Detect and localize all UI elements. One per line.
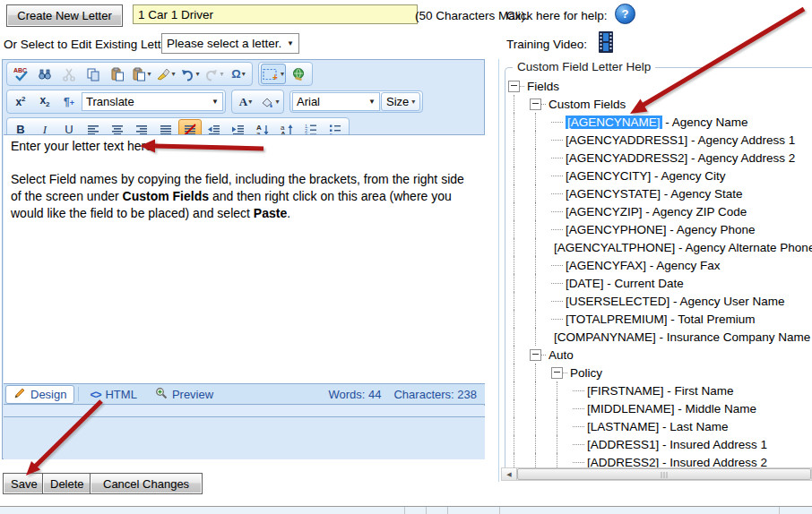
translate-select[interactable]: Translate▼ bbox=[82, 92, 223, 111]
undo-button[interactable]: ▾ bbox=[178, 64, 202, 84]
existing-letter-select[interactable]: Please select a letter. ▼ bbox=[161, 33, 299, 54]
tree-connector bbox=[520, 86, 524, 87]
editor-bottom-strip bbox=[4, 406, 485, 417]
insert-field-icon: + bbox=[263, 67, 280, 81]
tree-expander[interactable] bbox=[530, 349, 541, 361]
bottom-status-strip bbox=[0, 506, 812, 514]
scroll-left-arrow[interactable]: ◀ bbox=[502, 468, 517, 480]
chevron-down-icon: ▾ bbox=[411, 98, 415, 106]
tree-item[interactable]: [AGENCYNAME] - Agency Name bbox=[507, 113, 808, 131]
paste-button[interactable] bbox=[106, 64, 129, 84]
cut-button[interactable] bbox=[57, 64, 81, 84]
font-family-select[interactable]: Arial▼ bbox=[292, 92, 380, 111]
field-tree: FieldsCustom Fields[AGENCYNAME] - Agency… bbox=[507, 77, 808, 471]
font-size-button[interactable]: Size▾ bbox=[381, 92, 420, 111]
toolbar-row: ABC▾▾▾▾Ω▾+▾ bbox=[3, 60, 484, 88]
custom-field-help-legend: Custom Field Letter Help bbox=[513, 60, 655, 73]
tree-item[interactable]: [AGENCYFAX] - Agency Fax bbox=[507, 256, 808, 274]
tree-item[interactable]: [USERSELECTED] - Agency User Name bbox=[507, 292, 808, 310]
scrollbar-thumb[interactable] bbox=[517, 468, 811, 480]
chevron-down-icon: ▼ bbox=[287, 39, 294, 47]
tab-design[interactable]: Design bbox=[5, 385, 74, 404]
tree-connector bbox=[551, 122, 563, 123]
tree-guide bbox=[507, 238, 529, 256]
tree-item[interactable]: Policy bbox=[507, 364, 808, 381]
chevron-down-icon: ▾ bbox=[275, 98, 279, 106]
tree-item[interactable]: [MIDDLENAME] - Middle Name bbox=[507, 399, 808, 417]
font-size-button-label: Size bbox=[386, 95, 409, 108]
tree-item[interactable]: [ADDRESS1] - Insured Address 1 bbox=[507, 435, 808, 453]
tree-connector bbox=[573, 462, 584, 463]
tree-item[interactable]: [COMPANYNAME] - Insurance Company Name bbox=[507, 328, 808, 346]
tree-guide bbox=[507, 220, 529, 238]
tree-guide bbox=[529, 417, 550, 435]
status-strip-separator bbox=[404, 507, 405, 514]
tree-item[interactable]: [LASTNAME] - Last Name bbox=[507, 417, 808, 435]
tree-leaf-label: [USERSELECTED] - Agency User Name bbox=[566, 295, 785, 308]
paste-icon bbox=[110, 67, 125, 81]
tree-guide bbox=[507, 328, 529, 346]
editor-content-area[interactable]: Enter your letter text here. Select Fiel… bbox=[4, 134, 485, 384]
tree-guide bbox=[529, 184, 550, 202]
tree-guide bbox=[507, 364, 529, 381]
tree-item[interactable]: [AGENCYCITY] - Agency City bbox=[507, 167, 808, 184]
tree-item[interactable]: [TOTALPREMIUM] - Total Premium bbox=[507, 310, 808, 328]
tree-expander[interactable] bbox=[551, 367, 563, 379]
tree-item[interactable]: [DATE] - Current Date bbox=[507, 274, 808, 292]
status-strip-separator bbox=[447, 507, 448, 514]
tree-item[interactable]: [AGENCYZIP] - Agency ZIP Code bbox=[507, 202, 808, 220]
tree-guide bbox=[507, 149, 529, 167]
redo-button[interactable]: ▾ bbox=[203, 64, 226, 84]
highlight-color-button[interactable]: ▾ bbox=[258, 91, 281, 112]
copy-button[interactable] bbox=[82, 64, 105, 84]
letter-name-input[interactable] bbox=[133, 4, 418, 24]
tree-item[interactable]: Fields bbox=[507, 77, 808, 95]
create-new-letter-button[interactable]: Create New Letter bbox=[6, 4, 123, 27]
tree-connector bbox=[551, 158, 563, 158]
tree-item[interactable]: [AGENCYPHONE] - Agency Phone bbox=[507, 220, 808, 238]
format-painter-button[interactable]: ▾ bbox=[154, 64, 177, 84]
training-video-icon[interactable] bbox=[599, 31, 613, 56]
delete-button[interactable]: Delete bbox=[42, 473, 92, 494]
insert-field-button[interactable]: +▾ bbox=[261, 64, 286, 84]
right-panel-border bbox=[498, 59, 499, 482]
tab-html[interactable]: <>HTML bbox=[82, 386, 143, 403]
tree-horizontal-scrollbar[interactable]: ◀ bbox=[501, 467, 812, 481]
tree-item[interactable]: Auto bbox=[507, 346, 808, 364]
tree-expander[interactable] bbox=[530, 99, 541, 110]
tree-item[interactable]: [AGENCYALTPHONE] - Agency Alternate Phon… bbox=[507, 238, 808, 256]
find-button[interactable] bbox=[33, 64, 56, 84]
paste-special-button[interactable]: ▾ bbox=[130, 64, 153, 84]
tree-guide bbox=[529, 274, 550, 292]
omega-icon: Ω bbox=[231, 67, 240, 81]
tree-item[interactable]: [AGENCYADDRESS2] - Agency Address 2 bbox=[507, 149, 808, 167]
spellcheck-button[interactable]: ABC bbox=[9, 64, 32, 84]
editor-stats: Words: 44 Characters: 238 bbox=[328, 388, 477, 401]
toolbar-group: +▾ bbox=[258, 62, 313, 86]
superscript-button[interactable]: x2 bbox=[9, 91, 32, 112]
tree-leaf-label: [COMPANYNAME] - Insurance Company Name bbox=[554, 330, 810, 344]
tree-leaf-label: [AGENCYZIP] - Agency ZIP Code bbox=[566, 205, 747, 218]
tree-connector bbox=[551, 229, 563, 230]
hyperlink-icon bbox=[291, 67, 306, 81]
existing-letter-label: Or Select to Edit Existing Letter: bbox=[4, 38, 175, 51]
help-icon[interactable]: ? bbox=[615, 4, 635, 24]
paragraph-button[interactable]: ¶+ bbox=[57, 91, 81, 112]
tree-leaf-label: [AGENCYFAX] - Agency Fax bbox=[566, 259, 721, 272]
tree-item[interactable]: [FIRSTNAME] - First Name bbox=[507, 381, 808, 399]
tree-guide bbox=[529, 113, 550, 131]
tree-item[interactable]: Custom Fields bbox=[507, 95, 808, 113]
cancel-changes-button[interactable]: Cancel Changes bbox=[90, 473, 203, 494]
subscript-button[interactable]: x2 bbox=[33, 91, 56, 112]
tab-preview[interactable]: Preview bbox=[148, 386, 220, 403]
save-button[interactable]: Save bbox=[3, 473, 46, 494]
tree-item[interactable]: [AGENCYADDRESS1] - Agency Address 1 bbox=[507, 131, 808, 149]
tree-guide bbox=[507, 310, 529, 328]
toolbar-group: x2x2¶+Translate▼ bbox=[6, 90, 226, 114]
font-color-button[interactable]: A▾ bbox=[234, 91, 257, 112]
tree-connector bbox=[573, 390, 584, 391]
tree-item[interactable]: [AGENCYSTATE] - Agency State bbox=[507, 184, 808, 202]
special-char-button[interactable]: Ω▾ bbox=[227, 64, 250, 84]
tree-expander[interactable] bbox=[508, 81, 520, 92]
hyperlink-button[interactable] bbox=[287, 64, 310, 84]
